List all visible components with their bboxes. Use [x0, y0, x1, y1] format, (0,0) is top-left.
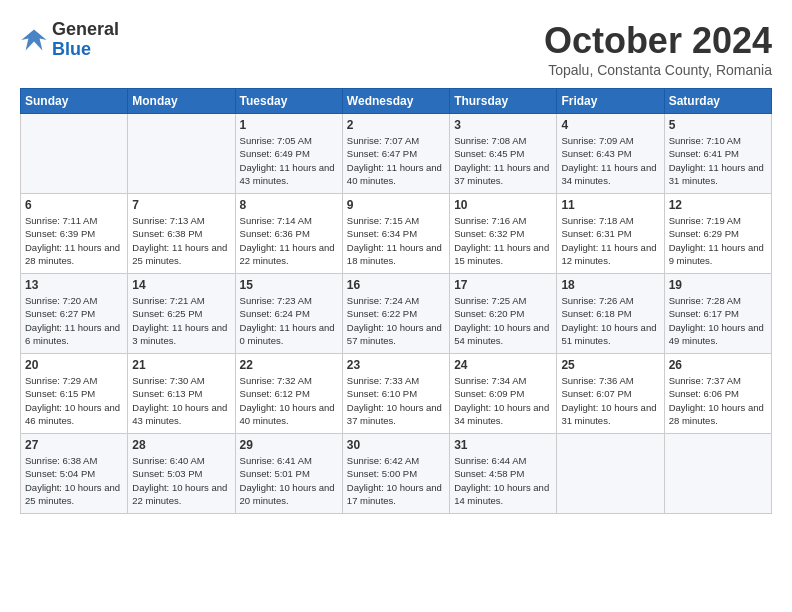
logo-text: General Blue	[52, 20, 119, 60]
day-cell: 11Sunrise: 7:18 AM Sunset: 6:31 PM Dayli…	[557, 194, 664, 274]
header-row: SundayMondayTuesdayWednesdayThursdayFrid…	[21, 89, 772, 114]
day-info: Sunrise: 7:07 AM Sunset: 6:47 PM Dayligh…	[347, 134, 445, 187]
calendar-table: SundayMondayTuesdayWednesdayThursdayFrid…	[20, 88, 772, 514]
day-info: Sunrise: 7:26 AM Sunset: 6:18 PM Dayligh…	[561, 294, 659, 347]
day-cell: 24Sunrise: 7:34 AM Sunset: 6:09 PM Dayli…	[450, 354, 557, 434]
day-info: Sunrise: 7:19 AM Sunset: 6:29 PM Dayligh…	[669, 214, 767, 267]
day-info: Sunrise: 7:08 AM Sunset: 6:45 PM Dayligh…	[454, 134, 552, 187]
day-info: Sunrise: 7:36 AM Sunset: 6:07 PM Dayligh…	[561, 374, 659, 427]
logo: General Blue	[20, 20, 119, 60]
day-number: 13	[25, 278, 123, 292]
day-number: 16	[347, 278, 445, 292]
day-info: Sunrise: 7:25 AM Sunset: 6:20 PM Dayligh…	[454, 294, 552, 347]
day-info: Sunrise: 6:42 AM Sunset: 5:00 PM Dayligh…	[347, 454, 445, 507]
day-cell: 6Sunrise: 7:11 AM Sunset: 6:39 PM Daylig…	[21, 194, 128, 274]
day-cell: 12Sunrise: 7:19 AM Sunset: 6:29 PM Dayli…	[664, 194, 771, 274]
day-info: Sunrise: 7:32 AM Sunset: 6:12 PM Dayligh…	[240, 374, 338, 427]
day-number: 24	[454, 358, 552, 372]
day-cell: 22Sunrise: 7:32 AM Sunset: 6:12 PM Dayli…	[235, 354, 342, 434]
day-info: Sunrise: 7:18 AM Sunset: 6:31 PM Dayligh…	[561, 214, 659, 267]
day-cell: 5Sunrise: 7:10 AM Sunset: 6:41 PM Daylig…	[664, 114, 771, 194]
day-number: 31	[454, 438, 552, 452]
day-number: 20	[25, 358, 123, 372]
day-number: 18	[561, 278, 659, 292]
day-info: Sunrise: 7:24 AM Sunset: 6:22 PM Dayligh…	[347, 294, 445, 347]
header-cell-saturday: Saturday	[664, 89, 771, 114]
day-cell: 14Sunrise: 7:21 AM Sunset: 6:25 PM Dayli…	[128, 274, 235, 354]
day-cell: 10Sunrise: 7:16 AM Sunset: 6:32 PM Dayli…	[450, 194, 557, 274]
day-info: Sunrise: 7:29 AM Sunset: 6:15 PM Dayligh…	[25, 374, 123, 427]
day-cell: 8Sunrise: 7:14 AM Sunset: 6:36 PM Daylig…	[235, 194, 342, 274]
day-number: 28	[132, 438, 230, 452]
day-info: Sunrise: 7:11 AM Sunset: 6:39 PM Dayligh…	[25, 214, 123, 267]
day-number: 8	[240, 198, 338, 212]
day-cell: 17Sunrise: 7:25 AM Sunset: 6:20 PM Dayli…	[450, 274, 557, 354]
day-info: Sunrise: 7:21 AM Sunset: 6:25 PM Dayligh…	[132, 294, 230, 347]
day-info: Sunrise: 7:09 AM Sunset: 6:43 PM Dayligh…	[561, 134, 659, 187]
day-cell: 3Sunrise: 7:08 AM Sunset: 6:45 PM Daylig…	[450, 114, 557, 194]
day-info: Sunrise: 7:13 AM Sunset: 6:38 PM Dayligh…	[132, 214, 230, 267]
day-number: 3	[454, 118, 552, 132]
day-number: 21	[132, 358, 230, 372]
day-number: 29	[240, 438, 338, 452]
day-info: Sunrise: 7:20 AM Sunset: 6:27 PM Dayligh…	[25, 294, 123, 347]
day-number: 5	[669, 118, 767, 132]
day-number: 4	[561, 118, 659, 132]
day-cell	[664, 434, 771, 514]
day-cell: 18Sunrise: 7:26 AM Sunset: 6:18 PM Dayli…	[557, 274, 664, 354]
day-info: Sunrise: 7:05 AM Sunset: 6:49 PM Dayligh…	[240, 134, 338, 187]
day-number: 15	[240, 278, 338, 292]
day-number: 7	[132, 198, 230, 212]
month-title: October 2024	[544, 20, 772, 62]
day-cell: 30Sunrise: 6:42 AM Sunset: 5:00 PM Dayli…	[342, 434, 449, 514]
header-cell-tuesday: Tuesday	[235, 89, 342, 114]
week-row-3: 13Sunrise: 7:20 AM Sunset: 6:27 PM Dayli…	[21, 274, 772, 354]
day-info: Sunrise: 7:37 AM Sunset: 6:06 PM Dayligh…	[669, 374, 767, 427]
header-cell-monday: Monday	[128, 89, 235, 114]
day-number: 10	[454, 198, 552, 212]
title-block: October 2024 Topalu, Constanta County, R…	[544, 20, 772, 78]
day-cell: 4Sunrise: 7:09 AM Sunset: 6:43 PM Daylig…	[557, 114, 664, 194]
day-cell: 27Sunrise: 6:38 AM Sunset: 5:04 PM Dayli…	[21, 434, 128, 514]
day-info: Sunrise: 7:23 AM Sunset: 6:24 PM Dayligh…	[240, 294, 338, 347]
day-number: 23	[347, 358, 445, 372]
day-info: Sunrise: 6:44 AM Sunset: 4:58 PM Dayligh…	[454, 454, 552, 507]
day-number: 30	[347, 438, 445, 452]
day-number: 22	[240, 358, 338, 372]
day-number: 9	[347, 198, 445, 212]
day-number: 19	[669, 278, 767, 292]
day-cell: 29Sunrise: 6:41 AM Sunset: 5:01 PM Dayli…	[235, 434, 342, 514]
day-cell: 21Sunrise: 7:30 AM Sunset: 6:13 PM Dayli…	[128, 354, 235, 434]
day-info: Sunrise: 7:33 AM Sunset: 6:10 PM Dayligh…	[347, 374, 445, 427]
day-number: 17	[454, 278, 552, 292]
logo-bird-icon	[20, 26, 48, 54]
day-number: 1	[240, 118, 338, 132]
day-info: Sunrise: 7:14 AM Sunset: 6:36 PM Dayligh…	[240, 214, 338, 267]
calendar-body: 1Sunrise: 7:05 AM Sunset: 6:49 PM Daylig…	[21, 114, 772, 514]
day-cell: 26Sunrise: 7:37 AM Sunset: 6:06 PM Dayli…	[664, 354, 771, 434]
calendar-header: SundayMondayTuesdayWednesdayThursdayFrid…	[21, 89, 772, 114]
week-row-5: 27Sunrise: 6:38 AM Sunset: 5:04 PM Dayli…	[21, 434, 772, 514]
day-cell: 9Sunrise: 7:15 AM Sunset: 6:34 PM Daylig…	[342, 194, 449, 274]
day-cell: 1Sunrise: 7:05 AM Sunset: 6:49 PM Daylig…	[235, 114, 342, 194]
day-cell: 15Sunrise: 7:23 AM Sunset: 6:24 PM Dayli…	[235, 274, 342, 354]
day-number: 12	[669, 198, 767, 212]
day-cell: 20Sunrise: 7:29 AM Sunset: 6:15 PM Dayli…	[21, 354, 128, 434]
header-cell-sunday: Sunday	[21, 89, 128, 114]
day-cell: 31Sunrise: 6:44 AM Sunset: 4:58 PM Dayli…	[450, 434, 557, 514]
logo-general: General	[52, 20, 119, 40]
day-cell	[128, 114, 235, 194]
day-info: Sunrise: 6:40 AM Sunset: 5:03 PM Dayligh…	[132, 454, 230, 507]
day-number: 25	[561, 358, 659, 372]
day-cell: 23Sunrise: 7:33 AM Sunset: 6:10 PM Dayli…	[342, 354, 449, 434]
day-cell: 16Sunrise: 7:24 AM Sunset: 6:22 PM Dayli…	[342, 274, 449, 354]
page-header: General Blue October 2024 Topalu, Consta…	[20, 20, 772, 78]
day-info: Sunrise: 7:15 AM Sunset: 6:34 PM Dayligh…	[347, 214, 445, 267]
header-cell-thursday: Thursday	[450, 89, 557, 114]
day-cell: 25Sunrise: 7:36 AM Sunset: 6:07 PM Dayli…	[557, 354, 664, 434]
logo-blue: Blue	[52, 40, 119, 60]
day-number: 11	[561, 198, 659, 212]
location-subtitle: Topalu, Constanta County, Romania	[544, 62, 772, 78]
day-cell: 19Sunrise: 7:28 AM Sunset: 6:17 PM Dayli…	[664, 274, 771, 354]
header-cell-wednesday: Wednesday	[342, 89, 449, 114]
